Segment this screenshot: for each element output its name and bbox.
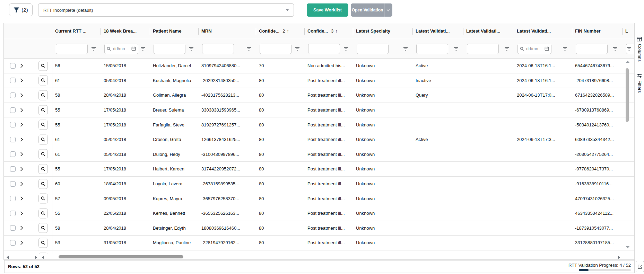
row-expand-button[interactable] xyxy=(20,123,23,127)
row-checkbox[interactable] xyxy=(10,166,16,172)
row-checkbox[interactable] xyxy=(10,122,16,127)
row-checkbox[interactable] xyxy=(10,196,16,201)
row-checkbox[interactable] xyxy=(10,211,16,216)
filter-menu-button[interactable] xyxy=(343,47,348,51)
row-expand-button[interactable] xyxy=(20,182,23,186)
row-checkbox[interactable] xyxy=(10,63,16,69)
filter-menu-button[interactable] xyxy=(504,47,509,51)
filter-menu-button[interactable] xyxy=(613,47,618,51)
row-search-button[interactable] xyxy=(38,61,48,71)
row-search-button[interactable] xyxy=(38,179,48,189)
text-filter-input[interactable] xyxy=(357,44,389,54)
text-filter-input[interactable] xyxy=(56,44,88,54)
text-filter-field[interactable] xyxy=(578,46,605,52)
row-search-button[interactable] xyxy=(38,164,48,174)
column-header-lv2[interactable]: Latest Validati... xyxy=(463,23,514,39)
edit-progress-button[interactable] xyxy=(636,261,644,272)
column-header-lv3[interactable]: Latest Validati... xyxy=(514,23,572,39)
vscroll-up-arrow[interactable] xyxy=(626,61,629,63)
calendar-icon[interactable] xyxy=(131,46,136,51)
text-filter-field[interactable] xyxy=(58,46,85,52)
text-filter-field[interactable] xyxy=(469,46,496,52)
row-search-button[interactable] xyxy=(38,105,48,115)
column-header-partial[interactable]: L xyxy=(623,23,634,39)
pinned-hscroll-left-arrow[interactable] xyxy=(7,256,9,259)
pinned-hscroll-right-arrow[interactable] xyxy=(35,256,37,259)
row-search-button[interactable] xyxy=(38,149,48,159)
date-filter-input[interactable] xyxy=(517,44,551,54)
row-checkbox[interactable] xyxy=(10,137,16,142)
filter-menu-button[interactable] xyxy=(189,47,194,51)
save-worklist-button[interactable]: Save Worklist xyxy=(307,3,348,17)
row-search-button[interactable] xyxy=(38,90,48,100)
horizontal-scrollbar-thumb[interactable] xyxy=(59,255,183,258)
row-expand-button[interactable] xyxy=(20,167,23,171)
row-search-button[interactable] xyxy=(38,194,48,204)
row-search-button[interactable] xyxy=(38,120,48,130)
column-header-conf2[interactable]: Confide...2↑ xyxy=(256,23,305,39)
hscroll-right-arrow[interactable] xyxy=(618,256,620,259)
open-validation-split-button[interactable]: Open Validation xyxy=(351,3,392,17)
row-expand-button[interactable] xyxy=(20,137,23,142)
column-header-mrn[interactable]: MRN xyxy=(199,23,256,39)
active-filters-button[interactable]: (2) xyxy=(9,3,33,16)
date-filter-input[interactable] xyxy=(104,44,138,54)
text-filter-input[interactable] xyxy=(202,44,234,54)
open-validation-dropdown-button[interactable] xyxy=(384,3,392,17)
text-filter-input[interactable] xyxy=(576,44,608,54)
date-filter-field[interactable] xyxy=(112,46,130,52)
text-filter-input[interactable] xyxy=(467,44,499,54)
row-search-button[interactable] xyxy=(38,208,48,218)
text-filter-field[interactable] xyxy=(359,46,386,52)
row-checkbox[interactable] xyxy=(10,107,16,113)
filter-menu-button[interactable] xyxy=(140,47,145,51)
text-filter-input[interactable] xyxy=(416,44,448,54)
row-search-button[interactable] xyxy=(38,238,48,248)
row-checkbox[interactable] xyxy=(10,181,16,187)
date-filter-field[interactable] xyxy=(525,46,543,52)
worklist-select[interactable]: RTT Incomplete (default) xyxy=(38,3,294,17)
text-filter-field[interactable] xyxy=(204,46,232,52)
filter-menu-button[interactable] xyxy=(627,47,632,51)
filter-menu-button[interactable] xyxy=(403,47,408,51)
row-search-button[interactable] xyxy=(38,253,48,254)
row-checkbox[interactable] xyxy=(10,225,16,231)
row-search-button[interactable] xyxy=(38,223,48,233)
text-filter-field[interactable] xyxy=(156,46,183,52)
text-filter-field[interactable] xyxy=(419,46,446,52)
filter-menu-button[interactable] xyxy=(295,47,300,51)
row-expand-button[interactable] xyxy=(20,78,23,83)
text-filter-input[interactable] xyxy=(154,44,185,54)
column-header-current_rtt[interactable]: Current RTT ... xyxy=(52,23,101,39)
filter-menu-button[interactable] xyxy=(246,47,251,51)
row-expand-button[interactable] xyxy=(20,93,23,97)
column-header-fin[interactable]: FIN Number xyxy=(572,23,623,39)
row-expand-button[interactable] xyxy=(20,63,23,68)
text-filter-field[interactable] xyxy=(311,46,338,52)
filter-menu-button[interactable] xyxy=(563,47,567,51)
row-checkbox[interactable] xyxy=(10,92,16,98)
open-validation-button[interactable]: Open Validation xyxy=(351,3,384,17)
text-filter-input[interactable] xyxy=(260,44,291,54)
row-expand-button[interactable] xyxy=(20,240,23,245)
row-checkbox[interactable] xyxy=(10,78,16,83)
row-expand-button[interactable] xyxy=(20,108,23,112)
row-checkbox[interactable] xyxy=(10,240,16,246)
column-header-patient_name[interactable]: Patient Name xyxy=(150,23,199,39)
filter-menu-button[interactable] xyxy=(91,47,96,51)
filter-menu-button[interactable] xyxy=(454,47,459,51)
row-expand-button[interactable] xyxy=(20,226,23,230)
row-checkbox[interactable] xyxy=(10,151,16,157)
text-filter-input[interactable] xyxy=(308,44,340,54)
column-header-specialty[interactable]: Latest Specialty xyxy=(353,23,413,39)
row-expand-button[interactable] xyxy=(20,211,23,215)
hscroll-left-arrow[interactable] xyxy=(42,256,44,259)
vscroll-down-arrow[interactable] xyxy=(626,246,629,248)
calendar-icon[interactable] xyxy=(545,46,549,51)
row-expand-button[interactable] xyxy=(20,152,23,157)
column-header-conf3[interactable]: Confide...3↑ xyxy=(305,23,353,39)
row-search-button[interactable] xyxy=(38,134,48,144)
column-header-breach18[interactable]: 18 Week Brea... xyxy=(101,23,150,39)
row-search-button[interactable] xyxy=(38,76,48,86)
column-header-lv1[interactable]: Latest Validati... xyxy=(413,23,463,39)
